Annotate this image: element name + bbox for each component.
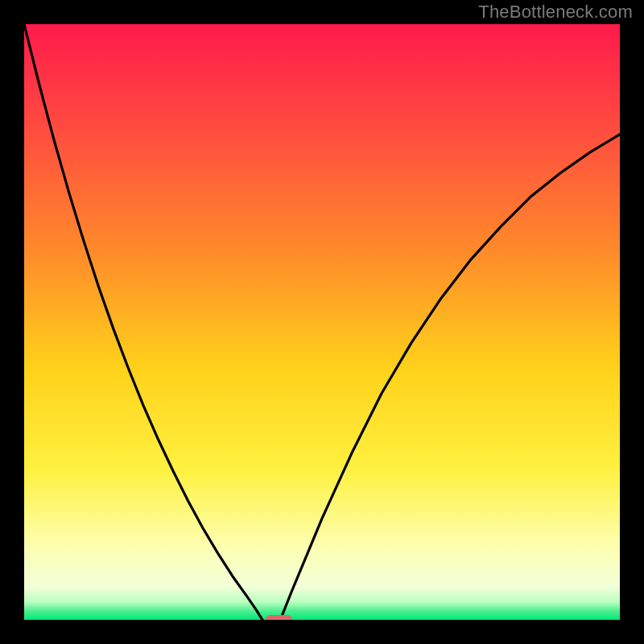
frame-background: TheBottleneck.com [0,0,644,644]
bottleneck-marker [266,615,292,620]
plot-area [24,24,620,620]
curve-left [24,24,262,620]
curve-right [280,134,620,620]
watermark-text: TheBottleneck.com [478,2,633,23]
chart-curves [24,24,620,620]
